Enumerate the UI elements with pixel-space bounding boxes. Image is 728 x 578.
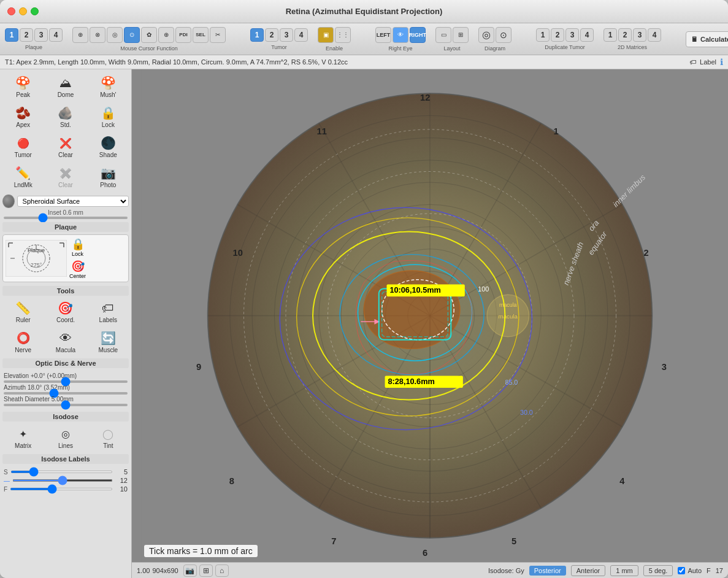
lock-icon: 🔒 <box>97 104 119 121</box>
sidebar-item-shade[interactable]: 🌑 Shade <box>88 132 129 161</box>
std-label: Std. <box>60 121 71 128</box>
sheath-slider[interactable] <box>4 404 128 406</box>
mush-icon: 🍄 <box>97 74 119 91</box>
mat-num-4[interactable]: 4 <box>648 28 661 42</box>
dup-label: Duplicate Tumor <box>545 44 585 50</box>
eye-icon-btn[interactable]: 👁 <box>393 27 408 43</box>
tumor-label: Tumor <box>271 44 287 50</box>
sidebar-item-matrix[interactable]: ✦ Matrix <box>2 423 44 452</box>
mouse-btn-7[interactable]: PDI <box>175 27 191 43</box>
sidebar-item-std[interactable]: 🪨 Std. <box>45 102 86 131</box>
dup-num-2[interactable]: 2 <box>551 28 564 42</box>
mouse-btn-9[interactable]: ✂ <box>210 27 226 43</box>
enable-btn-2[interactable]: ⋮⋮ <box>335 27 351 43</box>
sidebar-item-lock[interactable]: 🔒 Lock <box>88 102 129 131</box>
dup-num-3[interactable]: 3 <box>565 28 579 42</box>
tumor-num-1[interactable]: 1 <box>250 28 264 42</box>
mouse-btn-3[interactable]: ◎ <box>107 27 123 43</box>
layout-btn-1[interactable]: ▭ <box>435 27 451 43</box>
sidebar-item-coord[interactable]: 🎯 Coord. <box>45 297 86 326</box>
layout-btn-2[interactable]: ⊞ <box>453 27 469 43</box>
auto-checkbox[interactable] <box>678 567 685 574</box>
sidebar-item-clear2[interactable]: ✖️ Clear <box>45 162 86 191</box>
inset-slider[interactable] <box>4 217 128 219</box>
posterior-btn[interactable]: Posterior <box>529 566 566 576</box>
plaque-num-3[interactable]: 3 <box>34 28 48 42</box>
svg-text:10:06,10.5mm: 10:06,10.5mm <box>389 285 440 295</box>
dimensions-value: 904x690 <box>152 567 178 574</box>
tumor-num-4[interactable]: 4 <box>294 28 308 42</box>
sidebar-item-lndmk[interactable]: ✏️ LndMk <box>2 162 44 191</box>
svg-text:macula: macula <box>499 302 516 308</box>
mouse-btn-5[interactable]: ✿ <box>141 27 157 43</box>
statusbar: T1: Apex 2.9mm, Length 10.0mm, Width 9.0… <box>0 55 728 69</box>
mouse-btn-4[interactable]: ⊙ <box>124 27 140 43</box>
eye-right-btn[interactable]: RIGHT <box>410 27 426 43</box>
camera-btn[interactable]: 📷 <box>183 565 197 577</box>
plaque-num-4[interactable]: 4 <box>49 28 63 42</box>
diagram-btn-2[interactable]: ⊙ <box>496 27 512 43</box>
mat-num-3[interactable]: 3 <box>633 28 646 42</box>
sidebar-item-macula[interactable]: 👁 Macula <box>45 327 86 356</box>
mat-num-2[interactable]: 2 <box>618 28 632 42</box>
azimuth-slider[interactable] <box>4 392 128 395</box>
isodose-labels-section-label: Isodose Labels <box>2 454 129 464</box>
retina-canvas[interactable]: inner limbus ora equator nerve sheath ma… <box>132 69 728 562</box>
plaque-num-2[interactable]: 2 <box>20 28 33 42</box>
sidebar-item-mush[interactable]: 🍄 Mush' <box>88 72 129 101</box>
tumor-num-3[interactable]: 3 <box>280 28 293 42</box>
calculate-button[interactable]: 🖩 Calculate <box>686 31 728 47</box>
sidebar-item-labels[interactable]: 🏷 Labels <box>88 297 129 326</box>
sidebar-item-ruler[interactable]: 📏 Ruler <box>2 297 44 326</box>
dup-num-4[interactable]: 4 <box>580 28 594 42</box>
minimize-button[interactable] <box>19 7 27 15</box>
sidebar-item-nerve[interactable]: ⭕ Nerve <box>2 327 44 356</box>
mat-num-1[interactable]: 1 <box>603 28 617 42</box>
sidebar-item-muscle[interactable]: 🔄 Muscle <box>88 327 129 356</box>
lock-plaque-btn[interactable]: 🔒 Lock <box>69 237 86 257</box>
nerve-label: Nerve <box>15 347 31 353</box>
lock-plaque-label: Lock <box>72 251 83 257</box>
center-plaque-btn[interactable]: 🎯 Center <box>69 260 86 279</box>
isodose-slider-2[interactable] <box>12 479 113 482</box>
isodose-slider-1[interactable] <box>10 471 113 473</box>
mouse-btn-1[interactable]: ⊕ <box>72 27 88 43</box>
sidebar-item-peak[interactable]: 🍄 Peak <box>2 72 44 101</box>
svg-text:1: 1 <box>554 126 559 136</box>
sidebar-item-tumor[interactable]: 🔴 Tumor <box>2 132 44 161</box>
fit-btn[interactable]: ⊞ <box>199 565 213 577</box>
eye-buttons: LEFT 👁 RIGHT <box>375 27 426 43</box>
mouse-btn-8[interactable]: SEL <box>193 27 209 43</box>
sidebar-item-dome[interactable]: ⛰ Dome <box>45 72 86 101</box>
sidebar-item-apex[interactable]: 🫘 Apex <box>2 102 44 131</box>
degrees-btn[interactable]: 5 deg. <box>643 565 673 576</box>
maximize-button[interactable] <box>31 7 39 15</box>
isodose-slider-3[interactable] <box>10 488 113 490</box>
tumor-num-2[interactable]: 2 <box>265 28 278 42</box>
label-btn[interactable]: Label <box>700 58 716 66</box>
close-button[interactable] <box>7 7 15 15</box>
eye-left-btn[interactable]: LEFT <box>375 27 391 43</box>
dup-num-1[interactable]: 1 <box>536 28 550 42</box>
enable-btn-1[interactable]: ▣ <box>318 27 334 43</box>
svg-text:12: 12 <box>420 93 430 102</box>
surface-select[interactable]: Spheroidal Surface Flat Surface <box>17 196 129 207</box>
tools-section-label: Tools <box>2 286 129 296</box>
plaque-label: Plaque <box>25 44 42 50</box>
info-btn[interactable]: ℹ <box>720 57 723 67</box>
toolbar-group-enable: ▣ ⋮⋮ Enable <box>318 27 351 52</box>
elevation-slider[interactable] <box>4 380 128 383</box>
mouse-btn-6[interactable]: ⊕ <box>158 27 174 43</box>
matrices-nums: 1 2 3 4 <box>603 28 661 42</box>
sidebar-item-tint[interactable]: ◯ Tint <box>88 423 129 452</box>
plaque-num-1[interactable]: 1 <box>5 28 18 42</box>
anterior-btn[interactable]: Anterior <box>571 565 606 576</box>
sidebar-item-clear1[interactable]: ❌ Clear <box>45 132 86 161</box>
spacing-btn[interactable]: 1 mm <box>610 565 638 576</box>
svg-text:8:28,10.6mm: 8:28,10.6mm <box>388 377 434 386</box>
diagram-btn-1[interactable]: ◎ <box>478 27 494 43</box>
home-btn[interactable]: ⌂ <box>215 565 229 577</box>
mouse-btn-2[interactable]: ⊗ <box>90 27 105 43</box>
sidebar-item-photo[interactable]: 📷 Photo <box>88 162 129 191</box>
sidebar-item-lines[interactable]: ◎ Lines <box>45 423 86 452</box>
